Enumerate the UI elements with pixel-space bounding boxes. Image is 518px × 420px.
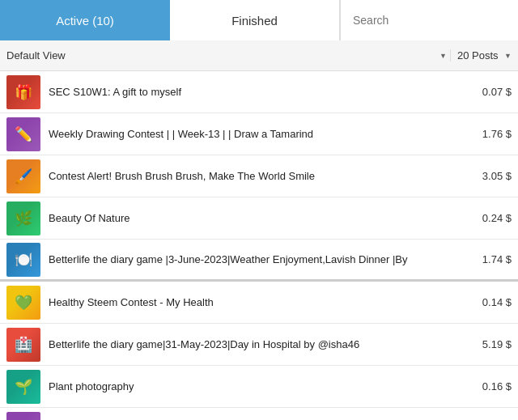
- post-value: 1.76 $: [467, 128, 512, 140]
- list-item[interactable]: 🌱 Plant photography 0.16 $: [0, 366, 518, 408]
- post-thumbnail: ✏️: [6, 117, 40, 151]
- post-title: Contest Alert! Brush Brush Brush, Make T…: [49, 170, 459, 182]
- post-thumbnail: 💚: [6, 286, 40, 320]
- list-item[interactable]: 🌿 Beauty Of Nature 0.24 $: [0, 197, 518, 240]
- post-thumbnail: 🍽️: [6, 243, 40, 277]
- posts-select-wrapper[interactable]: 20 Posts: [450, 49, 512, 62]
- post-list: 🎁 SEC S10W1: A gift to myself 0.07 $ ✏️ …: [0, 71, 518, 420]
- default-view-select[interactable]: Default View: [6, 49, 450, 62]
- tab-active-label: Active (10): [56, 14, 114, 28]
- post-thumbnail: 🌱: [6, 370, 40, 404]
- thumb-icon: 🖌️: [6, 159, 40, 193]
- list-item[interactable]: 🖌️ Contest Alert! Brush Brush Brush, Mak…: [0, 155, 518, 197]
- toolbar: Default View 20 Posts: [0, 40, 518, 71]
- post-value: 1.74 $: [467, 253, 512, 265]
- post-thumbnail: 📅: [6, 412, 40, 421]
- post-value: 0.24 $: [467, 212, 512, 224]
- post-title: Beauty Of Nature: [49, 212, 459, 224]
- post-value: 0.16 $: [467, 380, 512, 392]
- thumb-icon: 📅: [6, 412, 40, 421]
- post-title: Betterlife the diary game|31-May-2023|Da…: [49, 338, 459, 350]
- thumb-icon: 🎁: [6, 75, 40, 109]
- tab-search[interactable]: [340, 0, 518, 40]
- post-title: Weekly Drawing Contest | | Week-13 | | D…: [49, 128, 459, 140]
- tab-finished-label: Finished: [231, 14, 278, 28]
- list-item[interactable]: ✏️ Weekly Drawing Contest | | Week-13 | …: [0, 113, 518, 155]
- thumb-icon: 🏥: [6, 328, 40, 362]
- post-value: 3.05 $: [467, 170, 512, 182]
- list-item[interactable]: 🍽️ Betterlife the diary game |3-June-202…: [0, 240, 518, 282]
- post-thumbnail: 🖌️: [6, 159, 40, 193]
- tab-finished[interactable]: Finished: [170, 0, 340, 40]
- search-input[interactable]: [353, 14, 506, 27]
- posts-per-page-select[interactable]: 20 Posts: [457, 49, 512, 62]
- post-thumbnail: 🎁: [6, 75, 40, 109]
- header-tabs: Active (10) Finished: [0, 0, 518, 40]
- thumb-icon: 🌿: [6, 202, 40, 235]
- list-item[interactable]: 🏥 Betterlife the diary game|31-May-2023|…: [0, 324, 518, 366]
- list-item[interactable]: 📅 Betterlife the diary game|30-May-2023|…: [0, 408, 518, 420]
- thumb-icon: 🌱: [6, 370, 40, 404]
- default-view-wrapper[interactable]: Default View: [6, 49, 450, 62]
- tab-active[interactable]: Active (10): [0, 0, 170, 40]
- post-title: SEC S10W1: A gift to myself: [49, 86, 459, 98]
- list-item[interactable]: 💚 Healthy Steem Contest - My Health 0.14…: [0, 282, 518, 324]
- post-thumbnail: 🌿: [6, 202, 40, 235]
- thumb-icon: ✏️: [6, 117, 40, 151]
- post-title: Healthy Steem Contest - My Health: [49, 296, 459, 308]
- post-title: Betterlife the diary game |3-June-2023|W…: [49, 253, 459, 265]
- thumb-icon: 💚: [6, 286, 40, 320]
- post-title: Plant photography: [49, 380, 459, 392]
- thumb-icon: 🍽️: [6, 243, 40, 277]
- post-value: 0.14 $: [467, 296, 512, 308]
- post-thumbnail: 🏥: [6, 328, 40, 362]
- post-value: 0.07 $: [467, 86, 512, 98]
- post-value: 5.19 $: [467, 338, 512, 350]
- list-item[interactable]: 🎁 SEC S10W1: A gift to myself 0.07 $: [0, 71, 518, 113]
